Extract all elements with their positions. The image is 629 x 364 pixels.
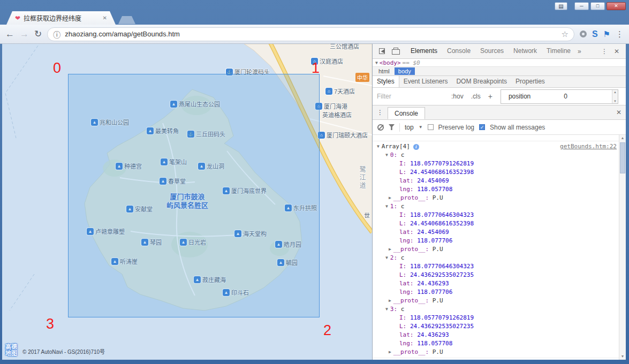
dom-tree-node[interactable]: ▼ <body> == $0 [373,59,626,66]
corner-number-2: 2 [323,322,331,339]
sidebar-tab[interactable]: Styles [373,76,399,87]
browser-toolbar: ← → ↻ ⓘ zhaoziang.com/amap/getBounds.htm… [0,25,629,44]
disclosure-triangle-icon[interactable]: ▼ [385,153,388,157]
new-style-rule-button[interactable]: + [488,92,492,101]
sidebar-tab[interactable]: DOM Breakpoints [452,76,511,87]
disclosure-triangle-icon[interactable]: ▶ [389,350,391,354]
show-all-messages-label: Show all messages [490,124,545,131]
extension-s-icon[interactable]: S [592,29,598,39]
url-text[interactable]: zhaoziang.com/amap/getBounds.htm [65,30,557,38]
preserve-log-checkbox[interactable] [428,124,434,130]
corner-number-0: 0 [53,60,61,77]
console-source-link[interactable]: getBounds.htm:22 [560,142,617,151]
disclosure-triangle-icon[interactable]: ▶ [389,195,391,200]
map-attribution: © 2017 AutoNavi - GS(2016)710号 [22,347,105,355]
chevron-down-icon[interactable]: ▼ [419,125,423,130]
maximize-button[interactable]: □ [590,2,605,10]
show-all-messages-checkbox[interactable]: ✓ [479,124,485,130]
drawer-menu-icon[interactable]: ⋮ [377,109,383,116]
sidebar-tab[interactable]: Event Listeners [399,76,452,87]
scroll-down-icon[interactable]: ▼ [613,100,617,103]
browser-menu-icon[interactable]: ⋮ [616,29,624,39]
content-area: 三公馆酒店⌂汉庭酒店⚓厦门轮渡码头中华⌂7天酒店⌂厦门海港英迪格酒店▲燕尾山生态… [2,44,626,360]
console-output: 28.766getBounds.htm:22▼Array[4]i▼0: cI: … [373,135,619,360]
info-icon: i [413,144,419,150]
console-drawer-header: ⋮ Console ✕ [373,105,626,120]
devtools-tab-timeline[interactable]: Timeline [542,44,575,58]
map-footer: 高德地图 © 2017 AutoNavi - GS(2016)710号 [2,344,372,360]
drawer-close-icon[interactable]: ✕ [616,109,622,116]
titlebar[interactable]: ▤ ─ □ ✕ [0,0,629,11]
console-log-entry: getBounds.htm:22▼Array[4]i▼0: cI: 118.05… [373,141,619,358]
extension-flag-icon[interactable]: ⚑ [603,29,610,39]
input-method-icon[interactable]: ▤ [555,2,567,10]
close-button[interactable]: ✕ [607,2,626,10]
metrics-box: position 0 ▲ ▼ [501,89,618,104]
execution-context-select[interactable]: top [405,124,414,131]
device-toolbar-icon[interactable] [389,48,403,55]
forward-icon[interactable]: → [20,29,29,39]
reload-icon[interactable]: ↻ [34,29,42,39]
scroll-down-icon[interactable]: ▼ [619,353,626,360]
devtools-menu-icon[interactable]: ⋮ [601,48,608,55]
expand-arrow-icon[interactable]: ▼ [375,60,378,65]
filter-icon[interactable] [389,124,395,130]
devtools-close-icon[interactable]: ✕ [614,48,619,55]
sidebar-tabs: StylesEvent ListenersDOM BreakpointsProp… [373,76,626,88]
heart-favicon-icon: ❤ [15,14,20,22]
disclosure-triangle-icon[interactable]: ▼ [385,204,388,209]
breadcrumb-body[interactable]: body [395,67,415,75]
devtools-tab-console[interactable]: Console [442,44,475,58]
corner-number-1: 1 [312,60,320,77]
disclosure-triangle-icon[interactable]: ▶ [389,247,391,252]
browser-window: ▤ ─ □ ✕ ❤ 拉框获取边界经纬度 ✕ ← → ↻ ⓘ zhaoziang.… [0,0,629,364]
metrics-scrollbar[interactable]: ▲ ▼ [612,90,618,103]
scroll-up-icon[interactable]: ▲ [613,90,617,94]
scrollbar-thumb[interactable] [620,142,625,173]
tab-title: 拉框获取边界经纬度 [24,13,100,22]
devtools-tabbar: ElementsConsoleSourcesNetworkTimeline » … [373,44,626,59]
browser-tab[interactable]: ❤ 拉框获取边界经纬度 ✕ [6,11,116,25]
amap-logo: 高德地图 [5,344,20,357]
minimize-button[interactable]: ─ [574,2,589,10]
corner-number-3: 3 [46,316,54,332]
disclosure-triangle-icon[interactable]: ▶ [389,298,391,303]
styles-filter-input[interactable]: Filter [377,93,448,100]
tab-close-icon[interactable]: ✕ [103,15,107,21]
console-drawer-tab[interactable]: Console [388,107,425,119]
clear-console-icon[interactable] [377,124,384,131]
devtools-panel: ElementsConsoleSourcesNetworkTimeline » … [372,44,626,360]
bookmark-star-icon[interactable]: ☆ [561,29,568,39]
console-scrollbar[interactable]: ▲ ▼ [619,135,626,360]
breadcrumb: htmlbody [373,66,626,76]
disclosure-triangle-icon[interactable]: ▼ [385,255,388,260]
disclosure-triangle-icon[interactable]: ▼ [385,307,388,312]
corner-numbers: 0123 [2,44,372,360]
class-toggle-button[interactable]: .cls [471,93,481,100]
scroll-up-icon[interactable]: ▲ [619,135,626,141]
page-info-icon[interactable]: ⓘ [53,29,60,40]
tab-strip: ❤ 拉框获取边界经纬度 ✕ [0,11,629,25]
sidebar-tab[interactable]: Properties [511,76,549,87]
clipped-log-entry: 28.766 [373,135,619,141]
pseudo-state-button[interactable]: :hov [451,93,464,100]
inspect-element-icon[interactable] [375,48,389,54]
address-bar[interactable]: ⓘ zhaoziang.com/amap/getBounds.htm ☆ [47,27,574,41]
preserve-log-label: Preserve log [438,124,474,131]
map-canvas[interactable]: 三公馆酒店⌂汉庭酒店⚓厦门轮渡码头中华⌂7天酒店⌂厦门海港英迪格酒店▲燕尾山生态… [2,44,372,360]
new-tab-button[interactable] [118,16,135,24]
more-tabs-icon[interactable]: » [575,48,583,55]
extension-icon-1[interactable] [580,31,587,37]
devtools-tab-sources[interactable]: Sources [475,44,509,58]
styles-filter-row: Filter :hov .cls + position 0 ▲ ▼ [373,88,626,105]
back-icon[interactable]: ← [5,29,14,39]
devtools-tabs: ElementsConsoleSourcesNetworkTimeline [406,44,575,58]
devtools-tab-elements[interactable]: Elements [406,44,442,58]
console-toolbar: top ▼ Preserve log ✓ Show all messages [373,120,626,135]
disclosure-triangle-icon[interactable]: ▼ [377,144,380,149]
devtools-tab-network[interactable]: Network [509,44,542,58]
breadcrumb-html[interactable]: html [375,67,393,75]
